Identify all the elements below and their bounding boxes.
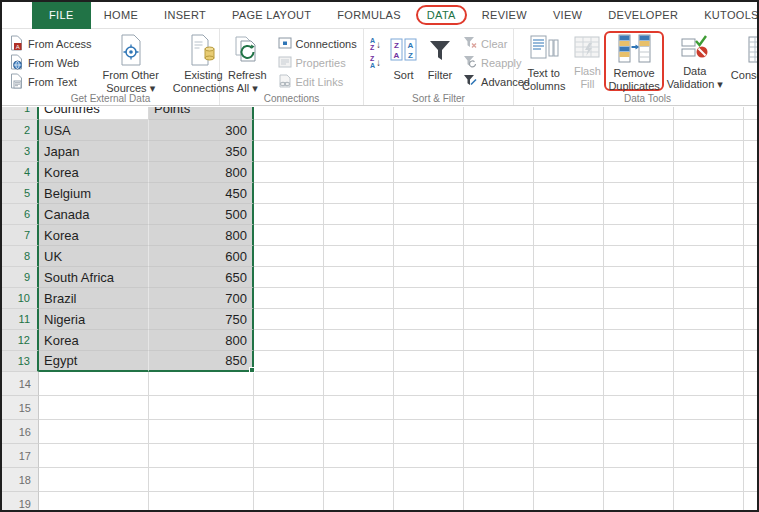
cell-empty[interactable] [674,204,744,225]
cell-empty[interactable] [394,120,464,141]
cell-empty[interactable] [674,141,744,162]
cell-empty[interactable] [744,120,757,141]
from-access-button[interactable]: A From Access [6,34,95,53]
cell-empty[interactable] [394,444,464,468]
cell-empty[interactable] [324,351,394,372]
cell-empty[interactable] [464,204,534,225]
cell-empty[interactable] [464,120,534,141]
cell-empty[interactable] [674,120,744,141]
cell-empty[interactable] [604,267,674,288]
cell-empty[interactable] [254,330,324,351]
cell-empty[interactable] [534,372,604,396]
cell-empty[interactable] [254,120,324,141]
cell-empty[interactable] [394,225,464,246]
cell-empty[interactable] [324,162,394,183]
cell-empty[interactable] [534,396,604,420]
cell-empty[interactable] [394,372,464,396]
cell-empty[interactable] [394,420,464,444]
cell-empty[interactable] [604,444,674,468]
cell-empty[interactable] [324,309,394,330]
cell-empty[interactable] [324,468,394,492]
cell-points[interactable]: 800 [149,330,254,351]
cell-empty[interactable] [324,372,394,396]
cell-points[interactable]: 850 [149,351,254,372]
cell-empty[interactable] [534,246,604,267]
cell-empty[interactable] [464,107,534,120]
text-to-columns-button[interactable]: Text to Columns [518,32,569,91]
cell-points[interactable]: 700 [149,288,254,309]
cell-empty[interactable] [254,267,324,288]
cell-empty[interactable] [744,396,757,420]
cell-empty[interactable] [534,141,604,162]
cell-empty[interactable] [674,309,744,330]
sort-za-button[interactable]: ZA↓ [368,53,383,71]
cell-empty[interactable] [254,107,324,120]
cell-empty[interactable] [324,204,394,225]
cell-empty[interactable] [744,351,757,372]
cell-empty[interactable] [254,492,324,510]
from-other-sources-button[interactable]: From Other Sources ▾ [99,32,163,91]
cell-empty[interactable] [464,420,534,444]
cell-empty[interactable] [674,351,744,372]
row-number[interactable]: 10 [2,288,39,309]
cell-empty[interactable] [534,107,604,120]
cell-empty[interactable] [324,288,394,309]
cell-empty[interactable] [674,330,744,351]
cell-empty[interactable] [464,492,534,510]
cell-empty[interactable] [394,396,464,420]
cell-empty[interactable] [254,225,324,246]
cell-empty[interactable] [149,492,254,510]
cell-empty[interactable] [604,183,674,204]
tab-developer[interactable]: DEVELOPER [595,3,691,27]
cell-empty[interactable] [744,204,757,225]
cell-empty[interactable] [744,492,757,510]
edit-links-button[interactable]: Edit Links [275,72,360,91]
cell-empty[interactable] [534,444,604,468]
cell-country[interactable]: Nigeria [39,309,149,330]
cell-empty[interactable] [394,162,464,183]
cell-empty[interactable] [394,288,464,309]
cell-empty[interactable] [39,468,149,492]
cell-empty[interactable] [744,267,757,288]
cell-empty[interactable] [254,351,324,372]
cell-country[interactable]: Canada [39,204,149,225]
cell-empty[interactable] [744,107,757,120]
cell-empty[interactable] [744,420,757,444]
cell-empty[interactable] [464,330,534,351]
cell-empty[interactable] [674,420,744,444]
row-number[interactable]: 2 [2,120,39,141]
tab-home[interactable]: HOME [91,3,151,27]
cell-empty[interactable] [324,246,394,267]
cell-empty[interactable] [604,120,674,141]
cell-empty[interactable] [604,468,674,492]
cell-empty[interactable] [674,107,744,120]
tab-formulas[interactable]: FORMULAS [324,3,414,27]
row-number[interactable]: 12 [2,330,39,351]
row-number[interactable]: 17 [2,444,39,468]
selection-fill-handle[interactable] [249,367,255,373]
cell-empty[interactable] [534,351,604,372]
cell-points-header[interactable]: Points [149,107,254,120]
cell-empty[interactable] [394,492,464,510]
cell-empty[interactable] [254,141,324,162]
cell-empty[interactable] [464,183,534,204]
cell-country[interactable]: Korea [39,225,149,246]
filter-button[interactable]: Filter [423,32,457,91]
cell-empty[interactable] [324,420,394,444]
cell-countries-header[interactable]: Countries [39,107,149,120]
cell-empty[interactable] [394,309,464,330]
tab-view[interactable]: VIEW [540,3,595,27]
cell-points[interactable]: 300 [149,120,254,141]
cell-empty[interactable] [394,330,464,351]
cell-empty[interactable] [604,420,674,444]
cell-empty[interactable] [604,288,674,309]
cell-empty[interactable] [464,141,534,162]
row-number[interactable]: 11 [2,309,39,330]
cell-points[interactable]: 450 [149,183,254,204]
cell-empty[interactable] [674,468,744,492]
cell-empty[interactable] [39,444,149,468]
cell-empty[interactable] [674,444,744,468]
cell-empty[interactable] [149,420,254,444]
cell-empty[interactable] [254,183,324,204]
cell-empty[interactable] [604,162,674,183]
